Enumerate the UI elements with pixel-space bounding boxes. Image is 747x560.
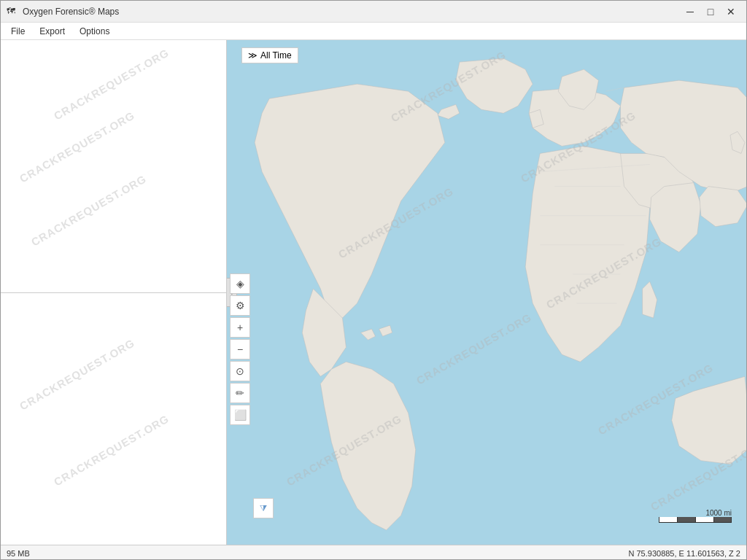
top-left-panel: CRACKREQUEST.ORG CRACKREQUEST.ORG CRACKR… (1, 40, 226, 293)
app-icon: 🗺 (7, 6, 18, 18)
close-button[interactable]: ✕ (721, 4, 740, 20)
watermark-bl-1: CRACKREQUEST.ORG (18, 336, 137, 412)
status-bar: 95 MB N 75.930885, E 11.601563, Z 2 (1, 545, 746, 560)
scale-label: 1000 mi (705, 509, 732, 517)
watermark-tl-2: CRACKREQUEST.ORG (52, 46, 171, 122)
watermark-bl-2: CRACKREQUEST.ORG (52, 412, 171, 488)
left-panel: CRACKREQUEST.ORG CRACKREQUEST.ORG CRACKR… (1, 40, 227, 545)
scale-bar: 1000 mi (659, 509, 732, 523)
zoom-out-button[interactable]: − (230, 339, 250, 359)
locate-button[interactable]: ⊙ (230, 361, 250, 381)
title-bar: 🗺 Oxygen Forensic® Maps ─ □ ✕ (1, 1, 746, 23)
settings-button[interactable]: ⚙ (230, 295, 250, 316)
watermark-tl-3: CRACKREQUEST.ORG (29, 172, 149, 248)
layers-button[interactable]: ◈ (230, 273, 250, 294)
minimize-button[interactable]: ─ (681, 4, 700, 20)
time-filter-button[interactable]: ≫ All Time (241, 47, 298, 63)
main-content: CRACKREQUEST.ORG CRACKREQUEST.ORG CRACKR… (1, 40, 746, 545)
memory-usage: 95 MB (7, 549, 30, 558)
scale-line (659, 517, 732, 523)
menu-export[interactable]: Export (32, 25, 72, 38)
app-title: Oxygen Forensic® Maps (23, 7, 119, 17)
window-controls: ─ □ ✕ (681, 4, 740, 20)
double-chevron-icon: ≫ (248, 50, 258, 61)
coordinates: N 75.930885, E 11.601563, Z 2 (628, 549, 740, 558)
watermark-tl-1: CRACKREQUEST.ORG (18, 109, 137, 184)
map-tools-panel: ◈ ⚙ + − ⊙ ✏ ⬜ (227, 271, 253, 428)
zoom-in-button[interactable]: + (230, 317, 250, 338)
menu-bar: File Export Options (1, 23, 746, 40)
world-map-svg (227, 40, 746, 545)
menu-file[interactable]: File (4, 25, 32, 38)
filter-area: ⧩ (253, 498, 274, 518)
time-filter-label: All Time (260, 50, 292, 61)
map-area[interactable]: CRACKREQUEST.ORG CRACKREQUEST.ORG CRACKR… (227, 40, 746, 545)
filter-button[interactable]: ⧩ (253, 498, 274, 518)
maximize-button[interactable]: □ (701, 4, 720, 20)
menu-options[interactable]: Options (72, 25, 117, 38)
select-button[interactable]: ⬜ (230, 405, 250, 425)
measure-button[interactable]: ✏ (230, 383, 250, 403)
title-left: 🗺 Oxygen Forensic® Maps (7, 6, 119, 18)
bottom-left-panel: CRACKREQUEST.ORG CRACKREQUEST.ORG (1, 293, 226, 545)
